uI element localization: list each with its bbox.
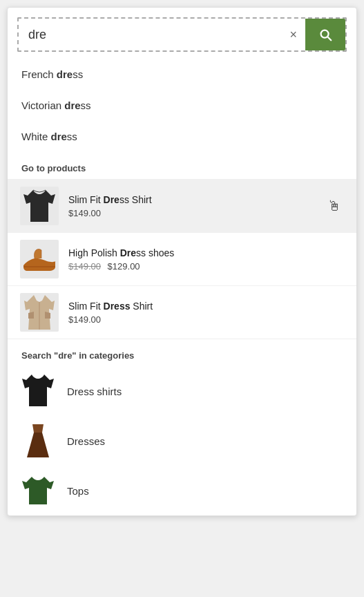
search-clear-button[interactable]: × — [281, 21, 305, 49]
product-thumbnail — [20, 187, 59, 225]
product-item[interactable]: Slim Fit Dress Shirt $149.00 🖱 — [8, 179, 356, 232]
category-item[interactable]: Dress shirts — [8, 366, 356, 416]
clear-icon: × — [289, 28, 297, 42]
search-bar: × — [17, 17, 347, 52]
suggestion-item[interactable]: French dress — [8, 59, 356, 90]
cursor-icon: 🖱 — [327, 198, 344, 214]
category-name: Dresses — [67, 435, 105, 447]
product-name: Slim Fit Dress Shirt — [68, 193, 327, 206]
product-price: $149.00 $129.00 — [68, 261, 344, 272]
product-item[interactable]: High Polish Dress shoes $149.00 $129.00 — [8, 232, 356, 285]
suggestion-item[interactable]: Victorian dress — [8, 90, 356, 121]
category-item[interactable]: Dresses — [8, 416, 356, 466]
category-name: Dress shirts — [67, 386, 122, 397]
category-item[interactable]: Tops — [8, 466, 356, 515]
search-icon — [318, 27, 333, 42]
product-thumbnail — [20, 293, 59, 332]
suggestion-item[interactable]: White dress — [8, 121, 356, 152]
search-submit-button[interactable] — [305, 19, 345, 50]
category-thumbnail — [20, 473, 56, 509]
product-thumbnail — [20, 240, 59, 278]
product-info: Slim Fit Dress Shirt $149.00 — [68, 300, 344, 325]
search-dropdown: × French dress Victorian dress White dre… — [7, 7, 357, 516]
suggestion-bold: dre — [57, 68, 73, 80]
suggestion-bold: dre — [64, 100, 80, 111]
suggestion-bold: dre — [51, 131, 67, 142]
categories-section: Search "dre" in categories Dress shirts … — [8, 339, 356, 515]
search-input[interactable] — [19, 19, 281, 50]
product-price: $149.00 — [68, 208, 327, 218]
suggestions-list: French dress Victorian dress White dress — [8, 52, 356, 155]
product-item[interactable]: Slim Fit Dress Shirt $149.00 — [8, 285, 356, 339]
product-name: High Polish Dress shoes — [68, 247, 344, 259]
product-name: Slim Fit Dress Shirt — [68, 300, 344, 312]
category-thumbnail — [20, 373, 56, 409]
product-info: Slim Fit Dress Shirt $149.00 — [68, 193, 327, 218]
product-info: High Polish Dress shoes $149.00 $129.00 — [68, 247, 344, 272]
category-thumbnail — [20, 423, 56, 459]
category-name: Tops — [67, 485, 89, 497]
categories-section-header: Search "dre" in categories — [8, 342, 356, 366]
products-section-header: Go to products — [8, 155, 356, 179]
product-price: $149.00 — [68, 314, 344, 325]
